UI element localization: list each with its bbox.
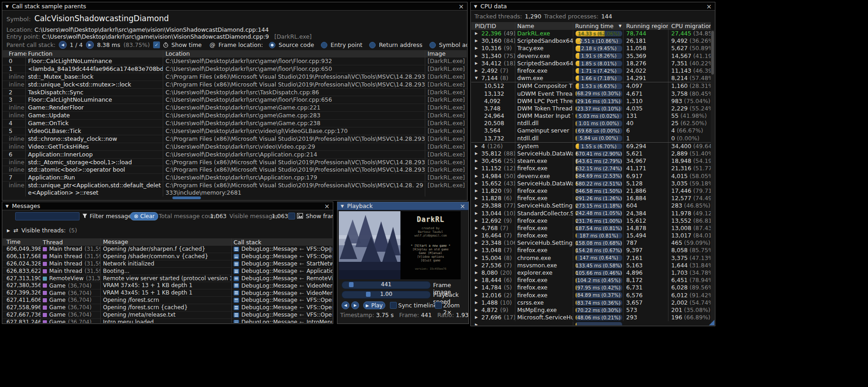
callstack-list-icon[interactable] bbox=[234, 276, 239, 281]
callstack-cell[interactable]: DebugLog::Message←Application: bbox=[231, 268, 332, 275]
pid-cell[interactable]: ▶13,044(10) bbox=[471, 210, 515, 217]
pid-cell[interactable]: 4,092 bbox=[471, 98, 515, 105]
callstack-list-icon[interactable] bbox=[234, 254, 239, 259]
pid-cell[interactable]: ▶14,784(5) bbox=[471, 284, 515, 291]
pid-cell[interactable]: ▶34,412(18) bbox=[471, 60, 515, 67]
cpu-process-row[interactable]: 13,132uDWM Event Thread68.29 ms (0.30%)4… bbox=[471, 90, 711, 98]
cpu-process-row[interactable]: ▶31,340(75)devenv.exe1.91 s (8.26%)35,36… bbox=[471, 52, 711, 60]
location-cell[interactable]: C:\Users\wolf\Desktop\darkrl\src\game\Ga… bbox=[163, 104, 425, 111]
pid-cell[interactable]: ▶22,396(49) bbox=[471, 30, 515, 37]
callstack-list-icon[interactable] bbox=[234, 290, 239, 295]
pid-cell[interactable]: ▶29,388(77) bbox=[471, 202, 515, 209]
expand-arrow-icon[interactable]: ▶ bbox=[475, 143, 479, 150]
callstack-table-row[interactable]: 7Application::RunC:\Users\wolf\Desktop\d… bbox=[3, 174, 467, 182]
cpu-process-row[interactable]: ▶15,652(43)ServiceHub.DataWareho580.22 m… bbox=[471, 180, 711, 187]
show-time-checkbox[interactable]: ✓ bbox=[153, 41, 160, 48]
callstack-to[interactable]: VFS::Open bbox=[307, 297, 332, 304]
expand-arrow-icon[interactable]: ▼ bbox=[475, 75, 479, 82]
pid-cell[interactable]: ▶18,444(6) bbox=[471, 277, 515, 284]
function-cell[interactable]: Video::GetTicksHiRes bbox=[25, 143, 163, 150]
location-cell[interactable]: C:\Users\wolf\Desktop\darkrl\src\video\g… bbox=[163, 127, 425, 135]
callstack-from[interactable]: DebugLog::Message bbox=[241, 260, 297, 267]
location-cell[interactable]: C:\Users\wolf\Desktop\darkrl\src\Applica… bbox=[163, 151, 425, 158]
column-header-time[interactable]: Time bbox=[3, 238, 40, 246]
pid-cell[interactable]: ▶27,696(17) bbox=[471, 314, 515, 321]
pid-cell[interactable]: ▶4(126) bbox=[471, 143, 515, 150]
callstack-table-row[interactable]: 6Application::InnerLoopC:\Users\wolf\Des… bbox=[3, 151, 467, 159]
prev-frame-button[interactable]: ◀ bbox=[342, 301, 349, 309]
callstack-to[interactable]: VFS::Open bbox=[307, 253, 332, 260]
callstack-cell[interactable]: DebugLog::Message←VFS::Open bbox=[231, 297, 332, 304]
column-header-cpu-migrations[interactable]: CPU migrations bbox=[668, 23, 711, 29]
radio-symbol-address[interactable] bbox=[429, 42, 436, 48]
cpu-process-row[interactable]: ▶35,812(88)ServiceHub.DataWareho670.41 m… bbox=[471, 150, 711, 157]
function-cell[interactable]: std::unique_ptr<Application,std::default… bbox=[25, 182, 163, 196]
radio-source-code[interactable] bbox=[269, 42, 275, 48]
cpu-process-row[interactable]: ▶4,768(7)firefox.exe187.54 ms (0.81%)14,… bbox=[471, 225, 711, 232]
callstack-cell[interactable]: DebugLog::Message←VideoMemo bbox=[231, 282, 332, 289]
callstack-table-row[interactable]: 1<lambda_84a19dc444fae966ca174e83e708bdc… bbox=[3, 65, 467, 73]
expand-arrow-icon[interactable]: ▶ bbox=[475, 187, 479, 195]
expand-arrow-icon[interactable]: ▶ bbox=[7, 228, 10, 233]
cpu-process-row[interactable]: 20,508ntdll.dll1.01 ms (0.00%)4025 (62.5… bbox=[471, 120, 711, 127]
expand-arrow-icon[interactable]: ▶ bbox=[475, 254, 479, 262]
column-header-running-time[interactable]: Running time▼ bbox=[573, 23, 623, 29]
cpu-process-row[interactable]: ▶34,412(18)ScriptedSandbox64.exe1.85 s (… bbox=[471, 60, 711, 67]
cpu-process-row[interactable]: ▶8,080(20)explorer.exe105.66 ms (0.46%)4… bbox=[471, 269, 711, 277]
callstack-table-row[interactable]: 2TaskDispatch::SyncC:\Users\wolf\Desktop… bbox=[3, 89, 467, 97]
zoom-2x-checkbox[interactable] bbox=[435, 302, 442, 309]
pid-cell[interactable]: ▶1,488(10) bbox=[471, 299, 515, 306]
message-row[interactable]: 627,313,190nsRemoteView(31,392)Remote vi… bbox=[3, 275, 332, 283]
panel-resize-grip[interactable] bbox=[709, 320, 714, 325]
pid-cell[interactable]: ▶27,536(7) bbox=[471, 262, 515, 269]
location-cell[interactable]: C:\Users\wolf\Desktop\darkrl\src\Applica… bbox=[163, 174, 425, 181]
expand-arrow-icon[interactable]: ▶ bbox=[475, 180, 479, 187]
callstack-to[interactable]: RemoteView bbox=[307, 275, 332, 282]
callstack-from[interactable]: DebugLog::Message bbox=[241, 275, 297, 282]
cpu-process-row[interactable]: ▶11,828(6)firefox.exe291.26 ms (1.26%)16… bbox=[471, 195, 711, 202]
callstack-to[interactable]: IntroMenu:: bbox=[307, 319, 332, 323]
callstack-list-icon[interactable] bbox=[234, 247, 239, 252]
message-row[interactable]: 627,667,736nsGame(36,704)Opening /meta/r… bbox=[3, 312, 332, 319]
column-header-function[interactable]: Function bbox=[25, 50, 163, 58]
function-cell[interactable]: Floor::CalcLightNoLuminance bbox=[25, 58, 163, 65]
pid-cell[interactable]: ▶30,456(25) bbox=[471, 157, 515, 165]
column-header-thread[interactable]: Thread bbox=[40, 238, 100, 246]
expand-arrow-icon[interactable]: ▶ bbox=[475, 269, 479, 277]
callstack-cell[interactable]: DebugLog::Message←VFS::Open bbox=[231, 312, 332, 318]
function-cell[interactable]: Game::Update bbox=[25, 112, 163, 119]
callstack-from[interactable]: DebugLog::Message bbox=[241, 253, 297, 260]
location-cell[interactable]: C:\Users\wolf\Desktop\darkrl\src\game\fl… bbox=[163, 58, 425, 65]
callstack-table-row[interactable]: inlineGame::RenderFloorC:\Users\wolf\Des… bbox=[3, 104, 467, 112]
callstack-cell[interactable]: DebugLog::Message←VideoMemo bbox=[231, 289, 332, 296]
cpu-process-row[interactable]: ▶4(126)System1.55 s (6.70%)69,29434,400 … bbox=[471, 142, 711, 150]
callstack-list-icon[interactable] bbox=[234, 283, 239, 288]
collapse-triangle-icon[interactable]: ▼ bbox=[6, 4, 9, 9]
show-time-label[interactable]: Show time bbox=[171, 41, 202, 48]
message-row[interactable]: 627,380,356nsGame(36,704)VRAM 37x45: 13 … bbox=[3, 282, 332, 289]
expand-arrow-icon[interactable]: ▶ bbox=[475, 321, 479, 325]
expand-arrow-icon[interactable]: ▶ bbox=[475, 225, 479, 232]
callstack-cell[interactable]: DebugLog::Message←VFS::Open bbox=[231, 253, 332, 260]
callstack-from[interactable]: DebugLog::Message bbox=[241, 283, 297, 289]
cpu-process-row[interactable]: ▶15,004(8)chrome.exe147 ms (0.64%)7,1613… bbox=[471, 254, 711, 262]
expand-arrow-icon[interactable]: ▶ bbox=[475, 195, 479, 202]
callstack-list-icon[interactable] bbox=[234, 312, 239, 318]
cpu-process-row[interactable]: ▶27,696(17)Microsoft.ServiceHub.Co48.06 … bbox=[471, 314, 711, 321]
cpu-process-row[interactable]: 13,732ntdll.dll5.84 us (0.00%)10 (0.00%) bbox=[471, 135, 711, 142]
pid-cell[interactable]: 13,732 bbox=[471, 135, 515, 142]
close-icon[interactable]: × bbox=[324, 203, 330, 209]
pid-cell[interactable]: ▶13,048(7) bbox=[471, 247, 515, 254]
callstack-to[interactable]: VideoMemo bbox=[307, 290, 332, 297]
location-path[interactable]: C:\Users\wolf\Desktop\darkrl\src\game\vi… bbox=[34, 26, 268, 33]
expand-arrow-icon[interactable]: ▶ bbox=[475, 30, 479, 37]
pid-cell[interactable]: ▶10,316(9) bbox=[471, 45, 515, 52]
cpu-process-row[interactable]: ▶1,488(10)csrss.exe83.74 ms (0.36%)3,657… bbox=[471, 299, 711, 306]
callstack-table-row[interactable]: inlinestd::atomic<bool>::operator boolC:… bbox=[3, 166, 467, 174]
radio-entry-point-label[interactable]: Entry point bbox=[331, 41, 362, 48]
expand-arrow-icon[interactable]: ▶ bbox=[475, 292, 479, 299]
pid-cell[interactable]: ▶12,016(2) bbox=[471, 292, 515, 299]
location-cell[interactable]: C:\Program Files (x86)\Microsoft Visual … bbox=[163, 182, 425, 196]
expand-arrow-icon[interactable]: ▶ bbox=[475, 232, 479, 239]
cpu-process-row[interactable]: ▶14,784(5)firefox.exe97.95 ms (0.42%)6,7… bbox=[471, 284, 711, 291]
